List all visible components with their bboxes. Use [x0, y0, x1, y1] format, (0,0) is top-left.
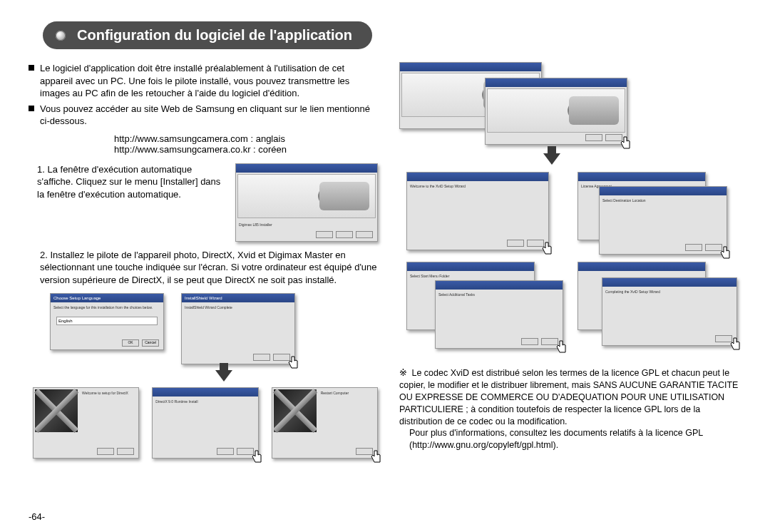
- screenshot-directx-welcome: Welcome to setup for DirectX: [33, 387, 139, 459]
- bullet-1: Le logiciel d'application doit être inst…: [29, 62, 378, 100]
- hand-cursor-icon: [287, 355, 299, 369]
- screenshot-directx-restart: Restart Computer: [272, 387, 378, 459]
- legal-notice: ※ Le codec XviD est distribué selon les …: [399, 367, 741, 451]
- xvid-welcome-text: Welcome to the XviD Setup Wizard: [407, 181, 548, 191]
- hand-cursor-icon: [370, 449, 381, 464]
- hand-cursor-icon: [541, 241, 553, 255]
- bullet-2-text: Vous pouvez accéder au site Web de Samsu…: [40, 103, 378, 128]
- page-title-text: Configuration du logiciel de l'applicati…: [77, 27, 352, 43]
- camera-illustration: [237, 174, 376, 218]
- square-bullet-icon: [29, 65, 34, 71]
- page-number: -64-: [29, 511, 45, 522]
- page-title: Configuration du logiciel de l'applicati…: [43, 21, 372, 49]
- left-shots-row-2: Welcome to setup for DirectX DirectX 9.0…: [33, 387, 378, 459]
- step-1-text: 1. La fenêtre d'exécution automatique s'…: [37, 163, 235, 201]
- legal-line-2: Pour plus d'informations, consultez les …: [409, 427, 741, 451]
- reference-mark-icon: ※: [399, 367, 409, 379]
- directx-x-icon: [35, 389, 78, 432]
- left-shots-row-1: Choose Setup Language Select the languag…: [50, 293, 378, 364]
- screenshot-xvid-welcome: Welcome to the XviD Setup Wizard: [406, 172, 549, 250]
- right-column: Welcome to the XviD Setup Wizard License…: [399, 62, 741, 459]
- left-column: Le logiciel d'application doit être inst…: [29, 62, 378, 459]
- url-english: http://www.samsungcamera.com : anglais: [114, 133, 378, 144]
- ok-button[interactable]: OK: [122, 339, 139, 347]
- directx-x-icon: [274, 389, 317, 432]
- stack-completing: Completing the XviD Setup Wizard: [578, 262, 720, 347]
- lang-value: English: [56, 317, 158, 325]
- screenshot-additional-tasks: Select Additional Tasks: [435, 280, 563, 349]
- right-camera-pair: [399, 62, 741, 140]
- content-columns: Le logiciel d'application doit être inst…: [29, 62, 741, 459]
- hand-cursor-icon: [719, 245, 731, 260]
- hand-cursor-icon: [620, 135, 631, 150]
- step-1-row: 1. La fenêtre d'exécution automatique s'…: [37, 163, 378, 242]
- legal-line-1: Le codec XviD est distribué selon les te…: [399, 368, 738, 426]
- step-2-text: 2. Installez le pilote de l'appareil pho…: [40, 249, 378, 287]
- ready-install-text: [578, 271, 705, 277]
- hand-cursor-icon: [251, 449, 262, 464]
- down-arrow-icon: [214, 370, 234, 382]
- screenshot-select-location: Select Destination Location: [599, 186, 727, 255]
- ish-body: InstallShield Wizard Complete: [182, 302, 294, 312]
- square-bullet-icon: [29, 106, 34, 111]
- screenshot-autorun: Digimax L85 Installer: [235, 163, 378, 242]
- completing-xvid-text: Completing the XviD Setup Wizard: [602, 287, 736, 297]
- screenshot-directx-runtime: DirectX 9.0 Runtime Install: [152, 387, 258, 459]
- right-xvid-grid: Welcome to the XviD Setup Wizard License…: [406, 172, 741, 347]
- bullet-2: Vous pouvez accéder au site Web de Samsu…: [29, 103, 378, 128]
- ish-titlebar: InstallShield Wizard: [182, 294, 294, 302]
- screenshot-installer-front: [485, 78, 627, 145]
- dx-restart-text: Restart Computer: [318, 388, 377, 398]
- hand-cursor-icon: [555, 339, 567, 354]
- select-menu-text: Select Start Menu Folder: [407, 271, 534, 281]
- screenshot-completing-xvid: Completing the XviD Setup Wizard: [602, 277, 737, 346]
- dx-welcome-text: Welcome to setup for DirectX: [79, 388, 138, 398]
- stack-license-location: License Agreement Select Destination Loc…: [578, 172, 720, 250]
- url-korean: http://www.samsungcamera.co.kr : coréen: [114, 144, 378, 155]
- dx-runtime-text: DirectX 9.0 Runtime Install: [153, 397, 257, 406]
- stack-menu-tasks: Select Start Menu Folder Select Addition…: [406, 262, 549, 347]
- cancel-button[interactable]: Cancel: [142, 339, 159, 347]
- url-block: http://www.samsungcamera.com : anglais h…: [114, 133, 378, 155]
- lang-titlebar: Choose Setup Language: [51, 294, 163, 302]
- screenshot-installshield-complete: InstallShield Wizard InstallShield Wizar…: [181, 293, 295, 364]
- lang-body: Select the language for this installatio…: [51, 302, 163, 312]
- select-location-text: Select Destination Location: [600, 195, 727, 205]
- hand-cursor-icon: [729, 337, 741, 351]
- additional-tasks-text: Select Additional Tasks: [436, 290, 563, 300]
- down-arrow-icon: [542, 153, 562, 165]
- bullet-1-text: Le logiciel d'application doit être inst…: [40, 62, 378, 100]
- screenshot-choose-language: Choose Setup Language Select the languag…: [50, 293, 164, 350]
